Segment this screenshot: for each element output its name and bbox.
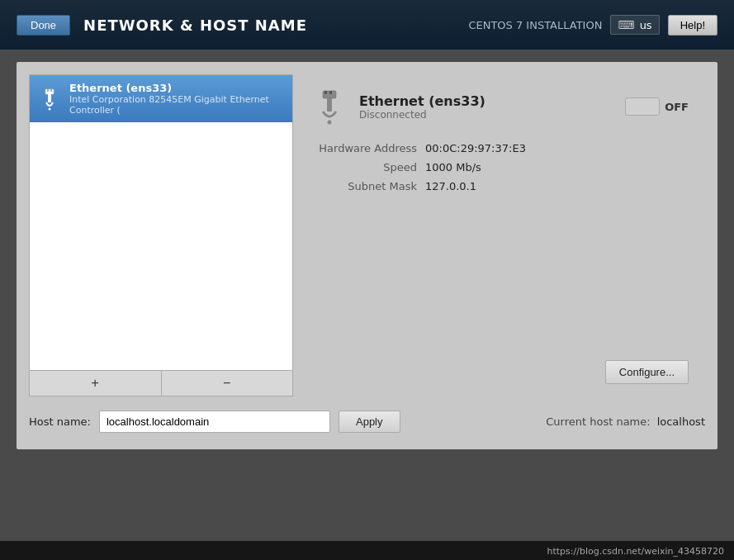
installation-title: CENTOS 7 INSTALLATION [468, 19, 602, 31]
device-name-block: Ethernet (ens33) Disconnected [359, 93, 485, 121]
ethernet-icon [38, 88, 61, 111]
hardware-address-value: 00:0C:29:97:37:E3 [425, 142, 526, 154]
speed-row: Speed 1000 Mb/s [310, 158, 689, 177]
keyboard-icon: ⌨ [618, 18, 634, 31]
speed-value: 1000 Mb/s [425, 161, 481, 173]
help-button[interactable]: Help! [668, 15, 717, 36]
main-content: Ethernet (ens33) Intel Corporation 82545… [17, 62, 717, 449]
current-hostname-label: Current host name: [546, 415, 650, 428]
svg-rect-8 [327, 98, 332, 112]
current-hostname-value: localhost [657, 415, 705, 428]
hostname-input[interactable] [99, 411, 330, 433]
network-list: Ethernet (ens33) Intel Corporation 82545… [30, 75, 292, 370]
hostname-bar: Host name: Apply Current host name: loca… [29, 406, 705, 437]
svg-point-9 [328, 121, 332, 125]
device-status: Disconnected [359, 109, 485, 121]
hardware-address-row: Hardware Address 00:0C:29:97:37:E3 [310, 139, 689, 158]
subnet-mask-value: 127.0.0.1 [425, 180, 476, 192]
network-item[interactable]: Ethernet (ens33) Intel Corporation 82545… [30, 75, 292, 122]
right-panel: Ethernet (ens33) Disconnected OFF Hardwa… [293, 74, 705, 396]
keyboard-lang: us [640, 19, 652, 31]
network-item-desc: Intel Corporation 82545EM Gigabit Ethern… [69, 94, 284, 116]
speed-label: Speed [310, 161, 425, 173]
keyboard-indicator[interactable]: ⌨ us [610, 15, 659, 35]
toggle-switch[interactable]: OFF [625, 97, 689, 116]
header-right: CENTOS 7 INSTALLATION ⌨ us Help! [468, 15, 717, 36]
svg-point-4 [49, 107, 51, 110]
subnet-mask-row: Subnet Mask 127.0.0.1 [310, 177, 689, 196]
detail-table: Hardware Address 00:0C:29:97:37:E3 Speed… [310, 139, 689, 196]
subnet-mask-label: Subnet Mask [310, 180, 425, 192]
remove-network-button[interactable]: − [162, 371, 293, 396]
svg-rect-0 [45, 89, 54, 94]
left-panel: Ethernet (ens33) Intel Corporation 82545… [29, 74, 293, 396]
header: Done NETWORK & HOST NAME CENTOS 7 INSTAL… [0, 0, 734, 50]
hardware-address-label: Hardware Address [310, 142, 425, 154]
header-left: Done NETWORK & HOST NAME [17, 15, 307, 36]
svg-rect-6 [324, 91, 327, 94]
device-ethernet-icon [310, 87, 349, 126]
svg-rect-3 [48, 94, 51, 102]
panels: Ethernet (ens33) Intel Corporation 82545… [29, 74, 705, 396]
device-info: Ethernet (ens33) Disconnected [310, 87, 485, 126]
page-title: NETWORK & HOST NAME [83, 17, 307, 34]
hostname-label: Host name: [29, 415, 91, 428]
toggle-track[interactable] [625, 97, 660, 116]
hostname-left: Host name: Apply [29, 411, 400, 433]
svg-rect-7 [329, 91, 332, 94]
footer: https://blog.csdn.net/weixin_43458720 [0, 541, 734, 560]
svg-rect-1 [47, 89, 49, 92]
network-item-name: Ethernet (ens33) [69, 82, 284, 94]
toggle-label: OFF [665, 101, 689, 113]
footer-url: https://blog.csdn.net/weixin_43458720 [547, 546, 724, 557]
hostname-right: Current host name: localhost [546, 415, 705, 428]
network-item-text: Ethernet (ens33) Intel Corporation 82545… [69, 82, 284, 116]
device-name: Ethernet (ens33) [359, 93, 485, 109]
add-network-button[interactable]: + [30, 371, 162, 396]
apply-button[interactable]: Apply [339, 411, 400, 433]
device-header: Ethernet (ens33) Disconnected OFF [310, 87, 689, 126]
configure-button[interactable]: Configure... [605, 360, 689, 384]
list-controls: + − [30, 370, 292, 396]
svg-rect-2 [50, 89, 52, 92]
done-button[interactable]: Done [17, 15, 70, 36]
